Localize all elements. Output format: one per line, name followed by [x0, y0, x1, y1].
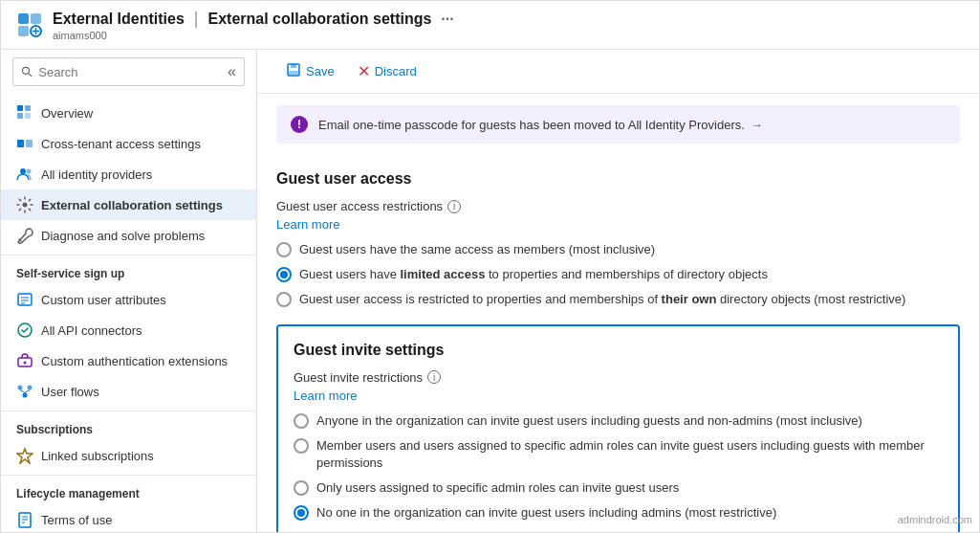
- collapse-icon[interactable]: «: [228, 63, 236, 80]
- identity-providers-label: All identity providers: [41, 167, 152, 182]
- linked-subscriptions-label: Linked subscriptions: [41, 449, 154, 463]
- subscriptions-header: Subscriptions: [1, 411, 256, 440]
- guest-user-access-section: Guest user access Guest user access rest…: [276, 170, 960, 309]
- header: External Identities | External collabora…: [1, 1, 979, 50]
- toolbar: Save ✕ Discard: [257, 50, 979, 94]
- content-body: Guest user access Guest user access rest…: [257, 155, 979, 532]
- svg-rect-37: [289, 71, 298, 75]
- discard-icon: ✕: [358, 62, 370, 80]
- guest-access-learn-more[interactable]: Learn more: [276, 217, 339, 232]
- sidebar: « Overview: [1, 50, 257, 532]
- user-flows-icon: [16, 383, 33, 400]
- sidebar-item-terms[interactable]: Terms of use: [1, 504, 256, 532]
- guest-invite-option-4[interactable]: No one in the organization can invite gu…: [294, 504, 943, 522]
- guest-access-radio-1[interactable]: [276, 242, 292, 257]
- save-icon: [286, 62, 301, 80]
- notification-banner: ! Email one-time passcode for guests has…: [276, 105, 960, 144]
- svg-rect-2: [18, 26, 29, 36]
- svg-rect-13: [26, 140, 33, 147]
- guest-invite-radio-4[interactable]: [294, 505, 309, 521]
- svg-point-26: [28, 386, 33, 390]
- self-service-header: Self-service sign up: [1, 255, 256, 284]
- search-icon: [21, 65, 33, 78]
- guest-invite-radio-2[interactable]: [294, 438, 309, 454]
- guest-access-option-2-label: Guest users have limited access to prope…: [299, 266, 768, 283]
- sidebar-item-custom-auth-ext[interactable]: Custom authentication extensions: [1, 345, 256, 376]
- custom-auth-icon: [16, 352, 33, 369]
- diagnose-label: Diagnose and solve problems: [41, 229, 205, 243]
- wrench-icon: [16, 227, 33, 244]
- guest-invite-option-3[interactable]: Only users assigned to specific admin ro…: [294, 479, 943, 497]
- user-flows-label: User flows: [41, 385, 99, 399]
- guest-user-access-title: Guest user access: [276, 170, 960, 188]
- cross-tenant-label: Cross-tenant access settings: [41, 137, 201, 151]
- discard-button[interactable]: ✕ Discard: [348, 57, 426, 85]
- org-name: aimams000: [53, 30, 454, 41]
- guest-invite-option-1[interactable]: Anyone in the organization can invite gu…: [294, 412, 943, 430]
- guest-invite-learn-more[interactable]: Learn more: [294, 389, 357, 403]
- svg-marker-30: [17, 449, 33, 463]
- watermark: admindroid.com: [898, 514, 972, 525]
- search-input[interactable]: [38, 65, 228, 79]
- svg-point-15: [27, 169, 32, 174]
- terms-label: Terms of use: [41, 513, 112, 527]
- sidebar-item-diagnose[interactable]: Diagnose and solve problems: [1, 220, 256, 251]
- notification-link-arrow[interactable]: →: [751, 118, 763, 132]
- app-name: External Identities: [53, 11, 185, 28]
- svg-rect-0: [18, 13, 29, 24]
- guest-access-radio-3[interactable]: [276, 292, 292, 307]
- guest-access-option-3-label: Guest user access is restricted to prope…: [299, 291, 905, 308]
- guest-invite-radio-1[interactable]: [294, 413, 309, 429]
- save-button[interactable]: Save: [276, 57, 344, 85]
- guest-invite-option-2[interactable]: Member users and users assigned to speci…: [294, 437, 943, 472]
- sidebar-item-cross-tenant[interactable]: Cross-tenant access settings: [1, 128, 256, 159]
- content-area: Save ✕ Discard ! Email one-time passcode…: [257, 50, 979, 532]
- sidebar-item-external-collab[interactable]: External collaboration settings: [1, 189, 256, 220]
- guest-access-option-2[interactable]: Guest users have limited access to prope…: [276, 266, 960, 283]
- app-icon: [16, 11, 43, 38]
- notification-text: Email one-time passcode for guests has b…: [318, 118, 745, 132]
- users-icon: [16, 166, 33, 183]
- sidebar-item-custom-user-attrs[interactable]: Custom user attributes: [1, 284, 256, 315]
- guest-invite-option-2-label: Member users and users assigned to speci…: [316, 437, 943, 472]
- svg-rect-10: [17, 113, 23, 119]
- sidebar-item-linked-subscriptions[interactable]: Linked subscriptions: [1, 440, 256, 471]
- sidebar-item-api-connectors[interactable]: All API connectors: [1, 315, 256, 345]
- svg-rect-11: [25, 113, 31, 119]
- svg-point-25: [18, 386, 23, 390]
- gear-icon: [16, 196, 33, 213]
- sidebar-item-identity-providers[interactable]: All identity providers: [1, 159, 256, 189]
- svg-point-14: [20, 168, 26, 174]
- guest-invite-restrictions-label: Guest invite restrictions i: [294, 370, 943, 385]
- guest-access-radio-2[interactable]: [276, 267, 292, 282]
- header-title-block: External Identities | External collabora…: [53, 9, 454, 41]
- guest-access-option-3[interactable]: Guest user access is restricted to prope…: [276, 291, 960, 308]
- svg-point-16: [23, 203, 28, 208]
- guest-access-restrictions-label: Guest user access restrictions i: [276, 199, 960, 213]
- external-collab-label: External collaboration settings: [41, 198, 223, 212]
- overview-label: Overview: [41, 106, 93, 121]
- app-container: External Identities | External collabora…: [0, 0, 980, 533]
- sidebar-item-overview[interactable]: Overview: [1, 98, 256, 128]
- svg-line-28: [20, 390, 25, 393]
- guest-invite-section: Guest invite settings Guest invite restr…: [276, 324, 960, 532]
- guest-invite-info-icon[interactable]: i: [427, 370, 441, 384]
- sidebar-item-user-flows[interactable]: User flows: [1, 376, 256, 407]
- header-divider: |: [194, 9, 199, 29]
- more-menu-icon[interactable]: ···: [441, 11, 453, 28]
- terms-icon: [16, 511, 33, 528]
- user-attrs-icon: [16, 291, 33, 308]
- custom-user-attrs-label: Custom user attributes: [41, 293, 166, 307]
- header-main-title: External Identities | External collabora…: [53, 9, 454, 29]
- guest-invite-radio-3[interactable]: [294, 480, 309, 496]
- svg-point-24: [24, 362, 27, 365]
- search-box[interactable]: «: [12, 57, 245, 86]
- custom-auth-ext-label: Custom authentication extensions: [41, 354, 228, 368]
- guest-access-info-icon[interactable]: i: [447, 200, 461, 213]
- guest-invite-option-1-label: Anyone in the organization can invite gu…: [316, 412, 862, 430]
- sidebar-nav: Overview Cross-tenant access settings: [1, 94, 256, 532]
- grid-icon: [16, 104, 33, 122]
- svg-rect-9: [25, 105, 31, 111]
- svg-line-7: [29, 74, 32, 77]
- guest-access-option-1[interactable]: Guest users have the same access as memb…: [276, 241, 960, 258]
